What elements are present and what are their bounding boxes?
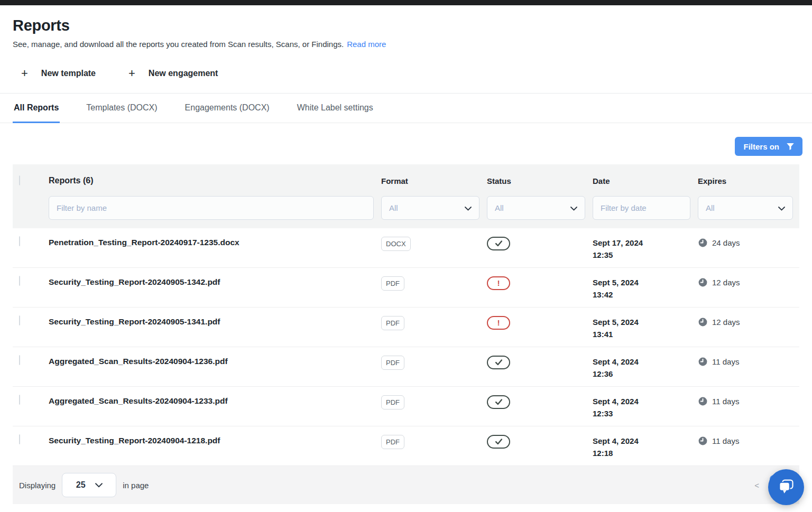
row-checkbox[interactable] <box>19 434 20 444</box>
expires-text: 11 days <box>712 436 739 445</box>
tab-engagements-docx-[interactable]: Engagements (DOCX) <box>184 94 271 123</box>
tab-bar: All ReportsTemplates (DOCX)Engagements (… <box>0 93 812 123</box>
clock-icon <box>698 357 708 367</box>
filters-on-button[interactable]: Filters on <box>735 137 802 156</box>
expires-text: 24 days <box>712 238 740 247</box>
chevron-down-icon <box>778 203 785 212</box>
select-all-checkbox[interactable] <box>19 175 20 185</box>
table-row[interactable]: Penetration_Testing_Report-20240917-1235… <box>13 228 799 268</box>
new-template-button[interactable]: +New template <box>21 68 96 79</box>
status-success-icon <box>487 435 510 449</box>
tab-all-reports[interactable]: All Reports <box>13 94 60 123</box>
in-page-label: in page <box>123 481 149 490</box>
status-success-icon <box>487 395 510 409</box>
table-row[interactable]: Security_Testing_Report-20240905-1342.pd… <box>13 268 799 308</box>
filter-funnel-icon <box>786 142 795 151</box>
format-badge: PDF <box>381 435 404 449</box>
clock-icon <box>698 436 708 446</box>
report-name[interactable]: Security_Testing_Report-20240905-1342.pd… <box>49 276 381 287</box>
report-date: Sept 4, 2024 <box>593 356 698 368</box>
reports-table: Reports (6) Format Status Date Expires A… <box>13 164 799 466</box>
row-checkbox[interactable] <box>19 315 20 325</box>
table-row[interactable]: Aggregated_Scan_Results-20240904-1233.pd… <box>13 387 799 426</box>
page-size-select[interactable]: 25 <box>62 473 116 497</box>
format-filter-select[interactable]: All <box>381 196 479 220</box>
format-badge: PDF <box>381 395 404 409</box>
page-subtitle: See, manage, and download all the report… <box>13 40 344 49</box>
read-more-link[interactable]: Read more <box>347 40 386 49</box>
expires-text: 11 days <box>712 357 739 366</box>
report-time: 13:41 <box>593 328 698 340</box>
column-date: Date <box>593 176 698 185</box>
status-error-icon: ! <box>487 276 510 290</box>
report-date: Sept 5, 2024 <box>593 276 698 288</box>
column-expires: Expires <box>698 176 796 185</box>
format-badge: DOCX <box>381 237 411 251</box>
header-actions: +New template+New engagement <box>21 68 799 93</box>
report-date: Sept 4, 2024 <box>593 395 698 407</box>
report-time: 12:18 <box>593 447 698 459</box>
status-filter-value: All <box>495 203 504 212</box>
table-row[interactable]: Security_Testing_Report-20240905-1341.pd… <box>13 308 799 347</box>
plus-icon: + <box>21 68 28 79</box>
expires-text: 12 days <box>712 278 740 287</box>
row-checkbox[interactable] <box>19 276 20 286</box>
status-error-icon: ! <box>487 316 510 330</box>
table-row[interactable]: Aggregated_Scan_Results-20240904-1236.pd… <box>13 347 799 387</box>
filters-row: Filters on <box>0 123 812 164</box>
report-name[interactable]: Aggregated_Scan_Results-20240904-1236.pd… <box>49 356 381 366</box>
column-status: Status <box>487 176 593 185</box>
row-checkbox[interactable] <box>19 395 20 405</box>
report-date: Sept 17, 2024 <box>593 237 698 249</box>
report-name[interactable]: Security_Testing_Report-20240904-1218.pd… <box>49 435 381 445</box>
status-success-icon <box>487 356 510 369</box>
format-filter-value: All <box>389 203 398 212</box>
table-body: Penetration_Testing_Report-20240917-1235… <box>13 228 799 466</box>
report-name[interactable]: Security_Testing_Report-20240905-1341.pd… <box>49 316 381 327</box>
chat-bubbles-icon <box>776 477 797 498</box>
column-format: Format <box>381 176 487 185</box>
prev-page-button[interactable]: < <box>754 481 759 490</box>
row-checkbox[interactable] <box>19 236 20 246</box>
clock-icon <box>698 396 708 406</box>
chevron-down-icon <box>465 203 472 212</box>
date-filter-input[interactable] <box>593 196 690 220</box>
report-date: Sept 5, 2024 <box>593 316 698 328</box>
page-title: Reports <box>13 17 799 34</box>
row-checkbox[interactable] <box>19 355 20 365</box>
tab-templates-docx-[interactable]: Templates (DOCX) <box>85 94 158 123</box>
filters-on-label: Filters on <box>743 142 779 151</box>
new-engagement-button[interactable]: +New engagement <box>128 68 218 79</box>
table-title: Reports (6) <box>49 176 381 185</box>
table-row[interactable]: Security_Testing_Report-20240904-1218.pd… <box>13 426 799 466</box>
report-time: 12:33 <box>593 407 698 420</box>
report-name[interactable]: Penetration_Testing_Report-20240917-1235… <box>49 237 381 247</box>
format-badge: PDF <box>381 276 404 291</box>
clock-icon <box>698 317 708 327</box>
chat-widget-button[interactable] <box>768 469 804 505</box>
displaying-label: Displaying <box>19 481 56 490</box>
status-success-icon <box>487 237 510 250</box>
report-name[interactable]: Aggregated_Scan_Results-20240904-1233.pd… <box>49 395 381 406</box>
format-badge: PDF <box>381 316 404 330</box>
report-time: 12:36 <box>593 368 698 380</box>
plus-icon: + <box>128 68 135 79</box>
report-time: 12:35 <box>593 249 698 261</box>
page-header: Reports See, manage, and download all th… <box>0 5 812 93</box>
clock-icon <box>698 277 708 287</box>
format-badge: PDF <box>381 356 404 370</box>
page-size-value: 25 <box>76 480 86 490</box>
expires-filter-select[interactable]: All <box>698 196 793 220</box>
expires-text: 11 days <box>712 397 739 406</box>
pagination-bar: Displaying 25 in page < 1 <box>13 466 799 504</box>
chevron-down-icon <box>95 483 103 488</box>
status-filter-select[interactable]: All <box>487 196 585 220</box>
tab-white-label-settings[interactable]: White Label settings <box>296 94 374 123</box>
table-header: Reports (6) Format Status Date Expires A… <box>13 164 799 228</box>
report-date: Sept 4, 2024 <box>593 435 698 447</box>
report-time: 13:42 <box>593 288 698 301</box>
expires-text: 12 days <box>712 318 740 327</box>
clock-icon <box>698 238 708 248</box>
name-filter-input[interactable] <box>49 196 374 220</box>
new-template-label: New template <box>41 69 96 78</box>
